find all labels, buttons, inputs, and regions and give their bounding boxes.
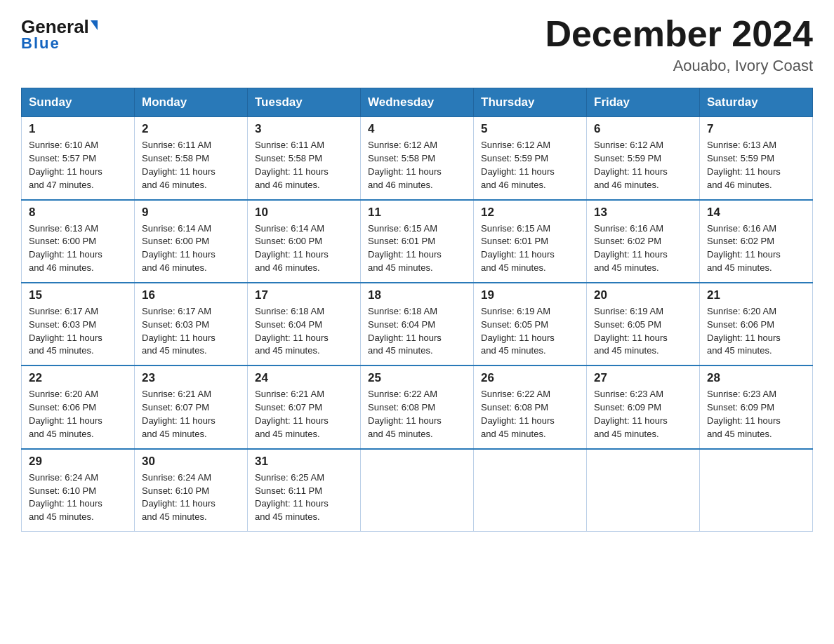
table-row: 13 Sunrise: 6:16 AM Sunset: 6:02 PM Dayl… [587,200,700,283]
day-number: 5 [481,122,579,136]
table-row: 19 Sunrise: 6:19 AM Sunset: 6:05 PM Dayl… [474,283,587,365]
day-number: 4 [368,122,466,136]
day-info: Sunrise: 6:23 AM Sunset: 6:09 PM Dayligh… [594,388,692,441]
day-info: Sunrise: 6:20 AM Sunset: 6:06 PM Dayligh… [707,305,805,358]
day-info: Sunrise: 6:13 AM Sunset: 5:59 PM Dayligh… [707,139,805,192]
day-info: Sunrise: 6:13 AM Sunset: 6:00 PM Dayligh… [29,222,127,275]
table-row: 27 Sunrise: 6:23 AM Sunset: 6:09 PM Dayl… [587,365,700,448]
col-monday: Monday [135,88,248,117]
table-row: 26 Sunrise: 6:22 AM Sunset: 6:08 PM Dayl… [474,365,587,448]
day-number: 25 [368,371,466,385]
calendar-header-row: Sunday Monday Tuesday Wednesday Thursday… [22,88,813,117]
table-row: 9 Sunrise: 6:14 AM Sunset: 6:00 PM Dayli… [135,200,248,283]
table-row: 29 Sunrise: 6:24 AM Sunset: 6:10 PM Dayl… [22,449,135,532]
col-saturday: Saturday [700,88,813,117]
table-row: 7 Sunrise: 6:13 AM Sunset: 5:59 PM Dayli… [700,117,813,200]
day-info: Sunrise: 6:19 AM Sunset: 6:05 PM Dayligh… [594,305,692,358]
day-info: Sunrise: 6:14 AM Sunset: 6:00 PM Dayligh… [142,222,240,275]
table-row: 23 Sunrise: 6:21 AM Sunset: 6:07 PM Dayl… [135,365,248,448]
day-number: 8 [29,206,127,220]
table-row [361,449,474,532]
day-info: Sunrise: 6:24 AM Sunset: 6:10 PM Dayligh… [29,471,127,524]
day-number: 6 [594,122,692,136]
day-info: Sunrise: 6:21 AM Sunset: 6:07 PM Dayligh… [255,388,353,441]
day-info: Sunrise: 6:22 AM Sunset: 6:08 PM Dayligh… [368,388,466,441]
table-row: 25 Sunrise: 6:22 AM Sunset: 6:08 PM Dayl… [361,365,474,448]
table-row: 3 Sunrise: 6:11 AM Sunset: 5:58 PM Dayli… [248,117,361,200]
table-row: 17 Sunrise: 6:18 AM Sunset: 6:04 PM Dayl… [248,283,361,365]
day-number: 15 [29,288,127,302]
day-number: 16 [142,288,240,302]
col-wednesday: Wednesday [361,88,474,117]
calendar-table: Sunday Monday Tuesday Wednesday Thursday… [21,88,813,532]
day-number: 26 [481,371,579,385]
day-info: Sunrise: 6:11 AM Sunset: 5:58 PM Dayligh… [142,139,240,192]
col-sunday: Sunday [22,88,135,117]
day-info: Sunrise: 6:20 AM Sunset: 6:06 PM Dayligh… [29,388,127,441]
day-number: 13 [594,206,692,220]
day-number: 11 [368,206,466,220]
day-number: 20 [594,288,692,302]
day-number: 29 [29,455,127,469]
day-number: 17 [255,288,353,302]
table-row: 14 Sunrise: 6:16 AM Sunset: 6:02 PM Dayl… [700,200,813,283]
table-row: 2 Sunrise: 6:11 AM Sunset: 5:58 PM Dayli… [135,117,248,200]
table-row: 24 Sunrise: 6:21 AM Sunset: 6:07 PM Dayl… [248,365,361,448]
table-row: 11 Sunrise: 6:15 AM Sunset: 6:01 PM Dayl… [361,200,474,283]
table-row: 18 Sunrise: 6:18 AM Sunset: 6:04 PM Dayl… [361,283,474,365]
calendar-week-row: 15 Sunrise: 6:17 AM Sunset: 6:03 PM Dayl… [22,283,813,365]
month-title: December 2024 [545,14,813,54]
table-row: 5 Sunrise: 6:12 AM Sunset: 5:59 PM Dayli… [474,117,587,200]
col-friday: Friday [587,88,700,117]
table-row: 16 Sunrise: 6:17 AM Sunset: 6:03 PM Dayl… [135,283,248,365]
table-row: 8 Sunrise: 6:13 AM Sunset: 6:00 PM Dayli… [22,200,135,283]
day-number: 2 [142,122,240,136]
day-info: Sunrise: 6:12 AM Sunset: 5:59 PM Dayligh… [594,139,692,192]
table-row: 4 Sunrise: 6:12 AM Sunset: 5:58 PM Dayli… [361,117,474,200]
day-info: Sunrise: 6:14 AM Sunset: 6:00 PM Dayligh… [255,222,353,275]
day-info: Sunrise: 6:19 AM Sunset: 6:05 PM Dayligh… [481,305,579,358]
day-number: 28 [707,371,805,385]
day-info: Sunrise: 6:23 AM Sunset: 6:09 PM Dayligh… [707,388,805,441]
col-thursday: Thursday [474,88,587,117]
table-row: 28 Sunrise: 6:23 AM Sunset: 6:09 PM Dayl… [700,365,813,448]
day-info: Sunrise: 6:22 AM Sunset: 6:08 PM Dayligh… [481,388,579,441]
table-row: 31 Sunrise: 6:25 AM Sunset: 6:11 PM Dayl… [248,449,361,532]
table-row: 1 Sunrise: 6:10 AM Sunset: 5:57 PM Dayli… [22,117,135,200]
logo-general: General [21,18,89,36]
day-info: Sunrise: 6:17 AM Sunset: 6:03 PM Dayligh… [29,305,127,358]
day-info: Sunrise: 6:10 AM Sunset: 5:57 PM Dayligh… [29,139,127,192]
table-row [700,449,813,532]
day-number: 12 [481,206,579,220]
logo-triangle-icon [91,20,98,30]
table-row [587,449,700,532]
table-row: 6 Sunrise: 6:12 AM Sunset: 5:59 PM Dayli… [587,117,700,200]
day-number: 3 [255,122,353,136]
day-number: 19 [481,288,579,302]
title-area: December 2024 Aouabo, Ivory Coast [545,14,813,75]
table-row: 22 Sunrise: 6:20 AM Sunset: 6:06 PM Dayl… [22,365,135,448]
calendar-week-row: 22 Sunrise: 6:20 AM Sunset: 6:06 PM Dayl… [22,365,813,448]
day-number: 21 [707,288,805,302]
day-info: Sunrise: 6:12 AM Sunset: 5:59 PM Dayligh… [481,139,579,192]
day-number: 24 [255,371,353,385]
table-row: 21 Sunrise: 6:20 AM Sunset: 6:06 PM Dayl… [700,283,813,365]
day-info: Sunrise: 6:18 AM Sunset: 6:04 PM Dayligh… [368,305,466,358]
day-info: Sunrise: 6:25 AM Sunset: 6:11 PM Dayligh… [255,471,353,524]
day-info: Sunrise: 6:21 AM Sunset: 6:07 PM Dayligh… [142,388,240,441]
day-info: Sunrise: 6:16 AM Sunset: 6:02 PM Dayligh… [594,222,692,275]
day-number: 14 [707,206,805,220]
day-info: Sunrise: 6:24 AM Sunset: 6:10 PM Dayligh… [142,471,240,524]
page-header: General Blue December 2024 Aouabo, Ivory… [21,14,813,75]
day-number: 22 [29,371,127,385]
day-number: 23 [142,371,240,385]
day-info: Sunrise: 6:16 AM Sunset: 6:02 PM Dayligh… [707,222,805,275]
day-info: Sunrise: 6:15 AM Sunset: 6:01 PM Dayligh… [481,222,579,275]
table-row: 20 Sunrise: 6:19 AM Sunset: 6:05 PM Dayl… [587,283,700,365]
calendar-week-row: 1 Sunrise: 6:10 AM Sunset: 5:57 PM Dayli… [22,117,813,200]
day-number: 7 [707,122,805,136]
day-number: 27 [594,371,692,385]
day-info: Sunrise: 6:12 AM Sunset: 5:58 PM Dayligh… [368,139,466,192]
table-row: 30 Sunrise: 6:24 AM Sunset: 6:10 PM Dayl… [135,449,248,532]
day-number: 31 [255,455,353,469]
